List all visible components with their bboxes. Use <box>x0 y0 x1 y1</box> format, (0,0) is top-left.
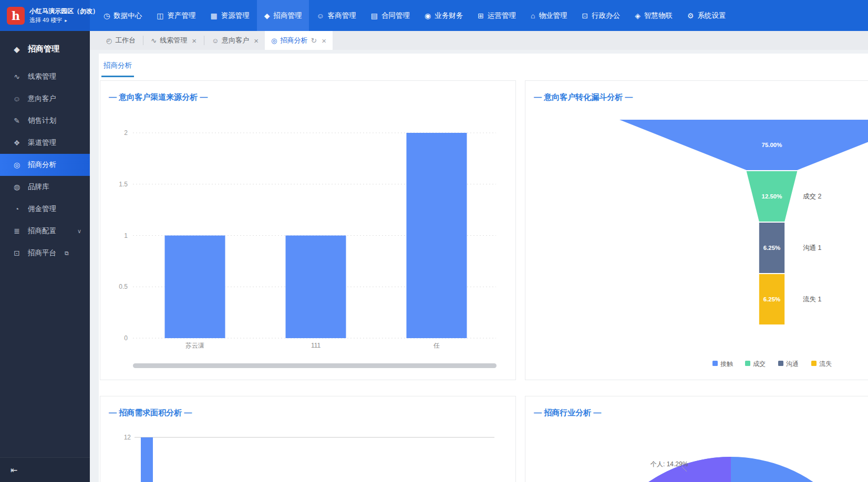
sidebar-item-investment-config[interactable]: ≣招商配置∨ <box>0 220 90 242</box>
sidebar-item-sales-plan[interactable]: ✎销售计划 <box>0 110 90 132</box>
nav-item-business-finance[interactable]: ◉业务财务 <box>417 0 470 31</box>
analysis-funnel-icon: ◎ <box>271 37 277 45</box>
asset-box-icon: ◫ <box>157 12 163 20</box>
sidebar-item-label: 渠道管理 <box>28 138 56 148</box>
org-switcher[interactable]: h 小红马演示园区（勿改） 选择 49 楼宇▸ <box>0 0 90 31</box>
nav-item-asset-management[interactable]: ◫资产管理 <box>149 0 203 31</box>
building-selector[interactable]: 选择 49 楼宇▸ <box>29 16 99 24</box>
nav-item-system-settings[interactable]: ⚙系统设置 <box>680 0 733 31</box>
person-icon: ☺ <box>316 12 324 20</box>
nav-item-label: 物业管理 <box>539 11 567 20</box>
bar-任 <box>407 133 467 338</box>
subtab-investment-analysis[interactable]: 招商分析 <box>101 61 134 77</box>
conversion-funnel-chart: 75.00%12.50%成交 26.25%沟通 16.25%流失 1接触成交沟通… <box>525 81 868 380</box>
card-channel-source: — 意向客户渠道来源分析 — 00.511.52苏云潇111任 <box>100 80 516 380</box>
sales-plan-icon: ✎ <box>13 117 21 125</box>
chart-label: 成交 2 <box>803 193 821 200</box>
platform-monitor-icon: ⊡ <box>13 249 21 257</box>
clock-icon: ◷ <box>104 12 110 20</box>
card-title: — 意向客户转化漏斗分析 — <box>534 92 633 102</box>
tab-label: 招商分析 <box>280 36 307 45</box>
nav-item-contract-management[interactable]: ▤合同管理 <box>364 0 417 31</box>
legend-item-成交[interactable]: 成交 <box>745 360 766 368</box>
close-icon[interactable]: × <box>192 36 197 45</box>
legend-item-流失[interactable]: 流失 <box>811 360 832 368</box>
sidebar-item-label: 意向客户 <box>28 94 56 103</box>
nav-item-label: 运营管理 <box>488 11 516 20</box>
tab-workbench[interactable]: ◴工作台 <box>100 31 142 50</box>
iot-chip-icon: ◈ <box>635 12 640 20</box>
clue-icon: ∿ <box>151 37 157 45</box>
nav-item-label: 资源管理 <box>221 11 250 20</box>
legend-item-接触[interactable]: 接触 <box>712 360 733 368</box>
sidebar-item-intent-customers[interactable]: ☺意向客户 <box>0 88 90 110</box>
sidebar-item-investment-platform[interactable]: ⊡招商平台⧉ <box>0 242 90 264</box>
bar-111 <box>286 236 346 339</box>
close-icon[interactable]: × <box>254 36 259 45</box>
chart-label: 任 <box>433 342 440 349</box>
tab-clue-management[interactable]: ∿线索管理× <box>144 31 203 50</box>
sidebar-item-label: 招商平台 <box>28 248 56 258</box>
nav-item-admin-office[interactable]: ⊡行政办公 <box>574 0 627 31</box>
sidebar-item-channel-management[interactable]: ❖渠道管理 <box>0 132 90 154</box>
card-conversion-funnel: — 意向客户转化漏斗分析 — 75.00%12.50%成交 26.25%沟通 1… <box>525 80 868 380</box>
channel-icon: ❖ <box>13 139 21 147</box>
main-nav: ◷数据中心◫资产管理▦资源管理◆招商管理☺客商管理▤合同管理◉业务财务⊞运营管理… <box>90 0 868 31</box>
finance-coin-icon: ◉ <box>425 12 431 20</box>
chart-label: 0.5 <box>119 283 128 290</box>
refresh-icon[interactable]: ↻ <box>311 36 317 45</box>
chart-horizontal-scrollbar[interactable] <box>133 363 497 368</box>
sidebar-item-investment-analysis[interactable]: ◎招商分析 <box>0 154 90 176</box>
sidebar-item-commission-management[interactable]: ◔佣金管理 <box>0 198 90 220</box>
card-title: — 意向客户渠道来源分析 — <box>109 92 208 102</box>
chart-label: 1.5 <box>119 181 128 188</box>
tab-investment-analysis[interactable]: ◎招商分析↻× <box>265 31 333 50</box>
chevron-down-icon: ∨ <box>77 228 81 235</box>
sidebar-item-label: 线索管理 <box>28 72 56 81</box>
chart-label: 12 <box>124 434 131 441</box>
diamond-icon: ◆ <box>13 45 21 54</box>
chart-label: 沟通 <box>786 360 799 368</box>
card-industry-pie: — 招商行业分析 — 个人: 14.29% <box>525 396 868 482</box>
nav-item-label: 系统设置 <box>698 11 726 20</box>
collapse-menu-icon: ⇤ <box>11 465 17 475</box>
sidebar-item-label: 佣金管理 <box>28 204 56 214</box>
card-title: — 招商需求面积分析 — <box>109 408 192 418</box>
channel-source-bar-chart: 00.511.52苏云潇111任 <box>100 81 516 380</box>
document-icon: ▤ <box>371 12 378 20</box>
card-title: — 招商行业分析 — <box>534 408 601 418</box>
sidebar-item-label: 销售计划 <box>28 116 56 125</box>
nav-item-smart-iot[interactable]: ◈智慧物联 <box>627 0 680 31</box>
tab-separator <box>204 36 204 45</box>
house-icon: ⌂ <box>531 12 535 20</box>
nav-item-label: 数据中心 <box>113 11 142 20</box>
tab-bar: ◴工作台∿线索管理×☺意向客户×◎招商分析↻× <box>90 31 868 50</box>
close-icon[interactable]: × <box>322 36 326 45</box>
sidebar-collapse-button[interactable]: ⇤ <box>0 457 90 482</box>
chart-label: 沟通 1 <box>803 244 821 252</box>
sidebar-module-title: ◆ 招商管理 <box>0 31 90 58</box>
nav-item-label: 业务财务 <box>435 11 463 20</box>
nav-item-data-center[interactable]: ◷数据中心 <box>96 0 149 31</box>
commission-icon: ◔ <box>13 205 21 213</box>
legend-item-沟通[interactable]: 沟通 <box>778 360 799 368</box>
funnel-section-接触 <box>619 120 868 170</box>
sidebar: ◆ 招商管理 ∿线索管理☺意向客户✎销售计划❖渠道管理◎招商分析◍品牌库◔佣金管… <box>0 31 90 482</box>
card-demand-area: — 招商需求面积分析 — 12 <box>100 396 516 482</box>
org-info: 小红马演示园区（勿改） 选择 49 楼宇▸ <box>29 7 99 24</box>
nav-item-resource-management[interactable]: ▦资源管理 <box>203 0 256 31</box>
legend-swatch <box>778 361 783 366</box>
top-nav: h 小红马演示园区（勿改） 选择 49 楼宇▸ ◷数据中心◫资产管理▦资源管理◆… <box>0 0 868 31</box>
chart-label: 个人: 14.29% <box>650 460 688 468</box>
nav-item-investment-management[interactable]: ◆招商管理 <box>257 0 309 31</box>
sidebar-item-brand-library[interactable]: ◍品牌库 <box>0 176 90 198</box>
sidebar-item-clue-management[interactable]: ∿线索管理 <box>0 66 90 88</box>
sidebar-item-label: 品牌库 <box>28 182 49 192</box>
nav-item-operations-management[interactable]: ⊞运营管理 <box>470 0 523 31</box>
resource-building-icon: ▦ <box>210 12 217 20</box>
tab-intent-customers[interactable]: ☺意向客户× <box>205 31 265 50</box>
tab-separator <box>143 36 143 45</box>
nav-item-merchant-management[interactable]: ☺客商管理 <box>309 0 363 31</box>
chart-label: 流失 <box>819 360 832 368</box>
nav-item-property-management[interactable]: ⌂物业管理 <box>523 0 574 31</box>
